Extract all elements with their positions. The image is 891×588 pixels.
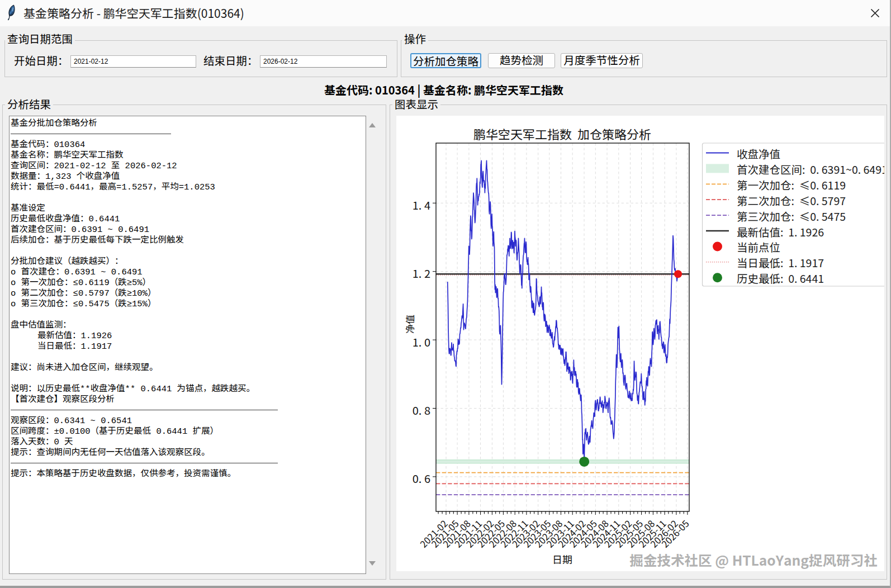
svg-text:收盘净值: 收盘净值 [737, 145, 780, 162]
svg-text:0. 6: 0. 6 [413, 470, 430, 486]
svg-text:当日最低: 1. 1917: 当日最低: 1. 1917 [737, 254, 824, 271]
svg-text:第二次加仓: ≤0. 5797: 第二次加仓: ≤0. 5797 [737, 192, 846, 208]
svg-text:当前点位: 当前点位 [737, 239, 780, 255]
svg-text:第三次加仓: ≤0. 5475: 第三次加仓: ≤0. 5475 [737, 208, 846, 224]
svg-text:掘金技术社区 @ HTLaoYang捉风研习社: 掘金技术社区 @ HTLaoYang捉风研习社 [629, 549, 878, 570]
svg-text:1. 0: 1. 0 [413, 334, 430, 350]
svg-text:最新估值: 1. 1926: 最新估值: 1. 1926 [737, 224, 824, 240]
svg-text:0. 8: 0. 8 [413, 402, 430, 418]
svg-text:净值: 净值 [402, 315, 416, 334]
svg-text:1. 4: 1. 4 [413, 197, 430, 213]
svg-text:第一次加仓: ≤0. 6119: 第一次加仓: ≤0. 6119 [737, 177, 846, 193]
svg-text:日期: 日期 [552, 552, 572, 566]
svg-text:鹏华空天军工指数 加仓策略分析: 鹏华空天军工指数 加仓策略分析 [473, 125, 651, 143]
svg-text:历史最低: 0. 6441: 历史最低: 0. 6441 [737, 270, 824, 286]
svg-text:首次建仓区间: 0. 6391~0. 6491: 首次建仓区间: 0. 6391~0. 6491 [737, 161, 884, 177]
svg-text:1. 2: 1. 2 [413, 265, 430, 281]
